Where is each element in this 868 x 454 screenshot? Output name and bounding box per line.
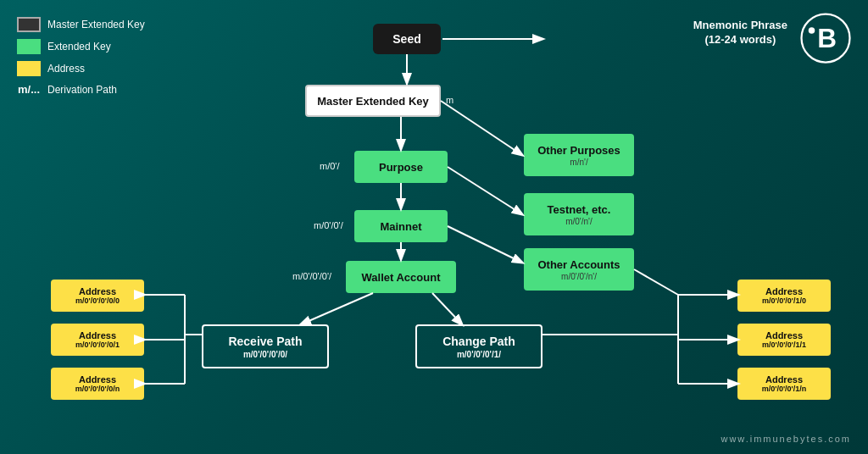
seed-node: Seed xyxy=(373,24,441,54)
legend: Master Extended Key Extended Key Address… xyxy=(17,17,145,96)
logo: B xyxy=(800,13,851,64)
purpose-path-label: m/0'/ xyxy=(320,161,340,171)
address-box-3: Address m/0'/0'/0'/0/n xyxy=(51,368,144,400)
svg-line-10 xyxy=(448,226,522,263)
testnet-node: Testnet, etc. m/0'/n'/ xyxy=(524,193,634,235)
purpose-node: Purpose xyxy=(354,151,448,183)
master-ext-node: Master Extended Key xyxy=(305,85,441,117)
receive-path-node: Receive Path m/0'/0'/0'/0/ xyxy=(202,324,329,368)
address-box-6: Address m/0'/0'/0'/1/n xyxy=(737,368,831,400)
legend-extended: Extended Key xyxy=(17,39,145,54)
legend-address: Address xyxy=(17,61,145,76)
svg-line-8 xyxy=(448,167,522,214)
svg-text:B: B xyxy=(817,23,837,53)
wallet-path-label: m/0'/0'/0'/ xyxy=(292,271,331,281)
legend-derivation-label: Derivation Path xyxy=(47,84,117,96)
svg-line-23 xyxy=(634,269,678,295)
change-path-node: Change Path m/0'/0'/0'/1/ xyxy=(415,324,542,368)
legend-path: m/... Derivation Path xyxy=(17,83,145,96)
legend-master: Master Extended Key xyxy=(17,17,145,32)
address-box-2: Address m/0'/0'/0'/0/1 xyxy=(51,324,144,356)
legend-extended-label: Extended Key xyxy=(47,41,111,53)
mnemonic-label: Mnemonic Phrase (12-24 words) xyxy=(693,19,787,47)
legend-address-label: Address xyxy=(47,63,85,75)
address-box-5: Address m/0'/0'/0'/1/1 xyxy=(737,324,831,356)
website-label: www.immunebytes.com xyxy=(721,434,851,444)
master-m-label: m xyxy=(446,95,453,105)
mainnet-path-label: m/0'/0'/ xyxy=(314,220,343,230)
legend-address-box xyxy=(17,61,41,76)
other-accounts-node: Other Accounts m/0'/0'/n'/ xyxy=(524,248,634,291)
svg-line-12 xyxy=(432,293,462,324)
address-box-4: Address m/0'/0'/0'/1/0 xyxy=(737,280,831,312)
legend-master-label: Master Extended Key xyxy=(47,19,145,30)
mainnet-node: Mainnet xyxy=(354,210,448,242)
svg-line-6 xyxy=(441,101,522,155)
address-box-1: Address m/0'/0'/0'/0/0 xyxy=(51,280,144,312)
legend-master-box xyxy=(17,17,41,32)
wallet-account-node: Wallet Account xyxy=(346,261,456,293)
legend-extended-box xyxy=(17,39,41,54)
other-purposes-node: Other Purposes m/n'/ xyxy=(524,134,634,176)
svg-line-11 xyxy=(301,293,373,324)
svg-point-2 xyxy=(809,27,815,34)
legend-path-symbol: m/... xyxy=(17,83,41,96)
